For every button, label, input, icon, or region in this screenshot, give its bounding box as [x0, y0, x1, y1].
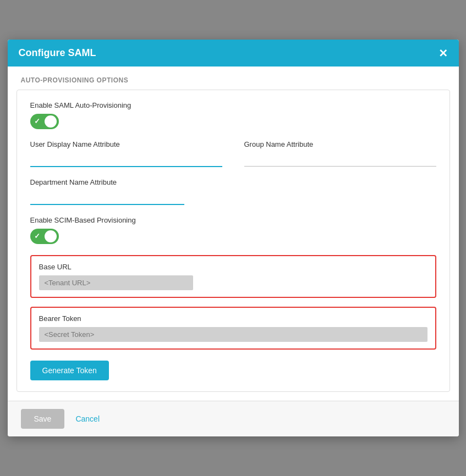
- enable-scim-group: Enable SCIM-Based Provisioning ✓: [30, 216, 436, 244]
- toggle-thumb: [45, 115, 57, 128]
- toggle-track: ✓: [30, 114, 59, 129]
- section-label: AUTO-PROVISIONING OPTIONS: [8, 67, 459, 90]
- scim-toggle-track: ✓: [30, 229, 59, 244]
- auto-provisioning-card: Enable SAML Auto-Provisioning ✓: [17, 90, 450, 392]
- user-display-name-label: User Display Name Attribute: [30, 140, 222, 148]
- saml-toggle-container: ✓: [30, 114, 436, 129]
- department-name-input[interactable]: [30, 191, 184, 205]
- toggle-checkmark: ✓: [34, 117, 40, 125]
- cancel-button[interactable]: Cancel: [75, 409, 100, 429]
- save-button[interactable]: Save: [21, 409, 65, 429]
- bearer-token-input[interactable]: [39, 327, 427, 342]
- department-name-label: Department Name Attribute: [30, 178, 436, 186]
- base-url-label: Base URL: [39, 263, 427, 271]
- group-name-label: Group Name Attribute: [244, 140, 436, 148]
- department-name-group: Department Name Attribute: [30, 178, 436, 205]
- modal-title: Configure SAML: [19, 47, 96, 59]
- modal-header: Configure SAML ✕: [8, 40, 459, 67]
- group-name-col: Group Name Attribute: [244, 140, 436, 167]
- name-attributes-row: User Display Name Attribute Group Name A…: [30, 140, 436, 167]
- scim-toggle[interactable]: ✓: [30, 229, 59, 244]
- user-display-name-col: User Display Name Attribute: [30, 140, 222, 167]
- close-button[interactable]: ✕: [438, 48, 448, 59]
- scim-toggle-checkmark: ✓: [34, 232, 40, 240]
- generate-token-button[interactable]: Generate Token: [30, 361, 109, 380]
- base-url-box: Base URL: [30, 255, 436, 298]
- bearer-token-label: Bearer Token: [39, 314, 427, 323]
- enable-scim-label: Enable SCIM-Based Provisioning: [30, 216, 436, 224]
- scim-toggle-thumb: [45, 230, 57, 242]
- modal-footer: Save Cancel: [8, 401, 459, 436]
- group-name-input[interactable]: [244, 153, 436, 167]
- user-display-name-input[interactable]: [30, 153, 222, 167]
- enable-saml-label: Enable SAML Auto-Provisioning: [30, 101, 436, 109]
- bearer-token-box: Bearer Token: [30, 307, 436, 350]
- saml-toggle[interactable]: ✓: [30, 114, 59, 129]
- modal-body: AUTO-PROVISIONING OPTIONS Enable SAML Au…: [8, 67, 459, 401]
- configure-saml-modal: Configure SAML ✕ AUTO-PROVISIONING OPTIO…: [8, 40, 459, 436]
- modal-overlay: Configure SAML ✕ AUTO-PROVISIONING OPTIO…: [0, 0, 466, 476]
- scim-toggle-container: ✓: [30, 229, 436, 244]
- enable-saml-group: Enable SAML Auto-Provisioning ✓: [30, 101, 436, 129]
- base-url-input[interactable]: [39, 275, 193, 290]
